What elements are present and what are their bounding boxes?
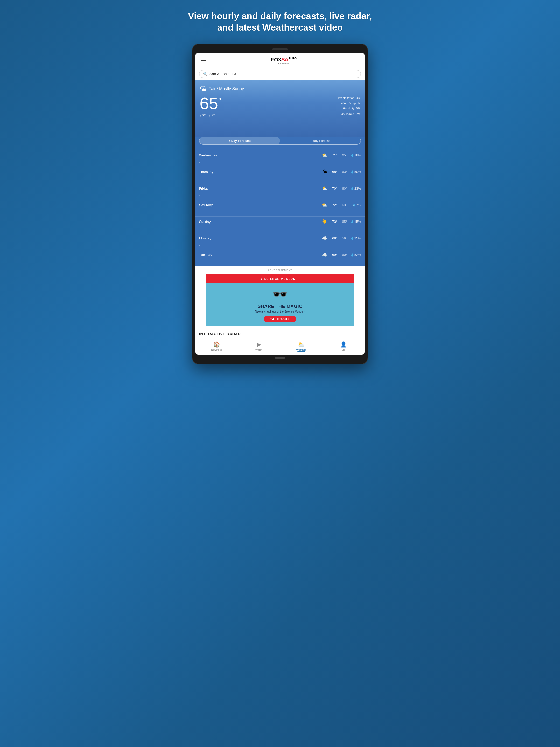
forecast-weather-icon: ☁️ — [322, 235, 327, 241]
forecast-high: 73° — [329, 220, 337, 224]
forecast-low: 65° — [339, 153, 347, 157]
wind-stat: Wind: 5 mph N — [338, 101, 361, 106]
forecast-rows: Wednesday ⛅ 71° 65° 💧18% ··· Thursday 🌥 … — [195, 150, 365, 266]
forecast-low: 60° — [339, 186, 347, 190]
ad-subtitle: Take a virtual tour of the Science Museu… — [210, 310, 350, 313]
precip-icon: 💧 — [350, 170, 354, 174]
hamburger-menu[interactable] — [199, 58, 207, 63]
forecast-more-button[interactable]: ··· — [199, 227, 320, 231]
forecast-low: 60° — [339, 253, 347, 257]
tablet-screen: FOXSAPURO SAN ANTONIO 🔍 🌤 Fair / Mostly … — [195, 53, 365, 355]
search-input-wrap[interactable]: 🔍 — [199, 70, 361, 78]
nav-item-me[interactable]: 👤 Me — [322, 341, 365, 352]
tablet-home-button — [275, 357, 285, 359]
weather-condition: 🌤 Fair / Mostly Sunny — [199, 85, 361, 93]
forecast-high: 69° — [329, 253, 337, 257]
forecast-tabs: 7 Day Forecast Hourly Forecast — [199, 137, 361, 145]
forecast-day: Thursday — [199, 170, 321, 174]
forecast-weather-icon: ⛅ — [322, 202, 327, 208]
forecast-section: 7 Day Forecast Hourly Forecast — [195, 137, 365, 150]
nav-item-weather[interactable]: ⛅ Weather — [280, 341, 322, 352]
app-logo: FOXSAPURO SAN ANTONIO — [207, 56, 361, 64]
radar-section: INTERACTIVE RADAR — [195, 329, 365, 339]
ad-label: ADVERTISEMENT — [195, 269, 365, 272]
forecast-high: 68° — [329, 170, 337, 174]
forecast-weather-icon: 🌥 — [323, 169, 327, 175]
weather-nav-label: Weather — [296, 348, 306, 351]
logo-text: FOXSAPURO SAN ANTONIO — [271, 56, 296, 64]
ad-blue-section: 🕶️ SHARE THE MAGIC Take a virtual tour o… — [206, 283, 354, 326]
tab-hourly[interactable]: Hourly Forecast — [280, 137, 361, 145]
nav-item-watch[interactable]: ▶ Watch — [238, 341, 280, 352]
watch-nav-label: Watch — [256, 348, 262, 351]
forecast-day: Friday — [199, 186, 320, 190]
forecast-more-button[interactable]: ··· — [199, 177, 321, 181]
tablet-frame: FOXSAPURO SAN ANTONIO 🔍 🌤 Fair / Mostly … — [192, 44, 368, 364]
weather-icon: 🌤 — [199, 85, 206, 93]
precip-icon: 💧 — [352, 203, 356, 207]
nav-active-indicator — [297, 352, 305, 352]
bottom-nav: 🏠 Newsfeed ▶ Watch ⛅ Weather 👤 Me — [195, 339, 365, 355]
forecast-more-button[interactable]: ··· — [199, 260, 320, 264]
search-bar: 🔍 — [195, 68, 365, 80]
ad-museum-label: SCIENCE MUSEUM — [260, 278, 300, 280]
forecast-weather-icon: ⛅ — [322, 186, 327, 191]
temperature-section: 65° ↑70° ↓60° — [199, 95, 221, 117]
temp-range: ↑70° ↓60° — [199, 113, 221, 117]
tab-7day[interactable]: 7 Day Forecast — [199, 137, 280, 145]
forecast-day: Tuesday — [199, 253, 320, 257]
weather-stats: Precipitation: 3% Wind: 5 mph N Humidity… — [338, 95, 361, 117]
weather-section: 🌤 Fair / Mostly Sunny 65° ↑70° ↓60° Prec… — [195, 80, 365, 137]
precip-icon: 💧 — [350, 253, 354, 257]
forecast-day: Wednesday — [199, 153, 320, 157]
condition-text: Fair / Mostly Sunny — [209, 87, 244, 91]
weather-main: 65° ↑70° ↓60° Precipitation: 3% Wind: 5 … — [199, 95, 361, 117]
ad-red-top: SCIENCE MUSEUM — [206, 274, 354, 283]
forecast-high: 70° — [329, 186, 337, 190]
forecast-precip: 💧18% — [349, 154, 361, 157]
forecast-low: 59° — [339, 236, 347, 240]
precip-icon: 💧 — [350, 187, 354, 190]
radar-title: INTERACTIVE RADAR — [199, 332, 361, 336]
forecast-high: 68° — [329, 236, 337, 240]
forecast-precip: 💧52% — [349, 253, 361, 257]
forecast-day: Sunday — [199, 220, 320, 224]
forecast-precip: 💧23% — [349, 187, 361, 190]
search-icon: 🔍 — [203, 72, 207, 76]
forecast-row[interactable]: Friday ⛅ 70° 60° 💧23% ··· — [195, 183, 365, 200]
forecast-more-button[interactable]: ··· — [199, 160, 320, 164]
forecast-weather-icon: ☀️ — [322, 219, 327, 224]
tablet-notch — [272, 48, 288, 50]
ad-banner[interactable]: SCIENCE MUSEUM 🕶️ SHARE THE MAGIC Take a… — [206, 274, 354, 326]
search-input[interactable] — [210, 72, 357, 76]
forecast-weather-icon: ⛅ — [322, 153, 327, 158]
forecast-more-button[interactable]: ··· — [199, 243, 320, 247]
temperature-display: 65° — [199, 95, 221, 112]
forecast-row[interactable]: Monday ☁️ 68° 59° 💧35% ··· — [195, 233, 365, 250]
forecast-day: Monday — [199, 236, 320, 240]
ad-cta-button[interactable]: TAKE TOUR — [264, 316, 296, 323]
forecast-low: 63° — [339, 203, 347, 207]
forecast-row[interactable]: Tuesday ☁️ 69° 60° 💧52% ··· — [195, 250, 365, 266]
forecast-precip: 💧15% — [349, 220, 361, 224]
nav-item-newsfeed[interactable]: 🏠 Newsfeed — [195, 341, 238, 352]
forecast-more-button[interactable]: ··· — [199, 193, 320, 197]
forecast-low: 63° — [339, 170, 347, 174]
me-nav-icon: 👤 — [340, 341, 347, 347]
ad-glasses-icon: 🕶️ — [210, 287, 350, 302]
precipitation-stat: Precipitation: 3% — [338, 95, 361, 101]
app-header: FOXSAPURO SAN ANTONIO — [195, 53, 365, 68]
forecast-precip: 💧50% — [349, 170, 361, 174]
forecast-row[interactable]: Sunday ☀️ 73° 65° 💧15% ··· — [195, 216, 365, 233]
forecast-row[interactable]: Thursday 🌥 68° 63° 💧50% ··· — [195, 166, 365, 183]
newsfeed-nav-label: Newsfeed — [211, 348, 222, 351]
forecast-weather-icon: ☁️ — [322, 252, 327, 258]
forecast-row[interactable]: Saturday ⛅ 72° 63° 💧7% ··· — [195, 200, 365, 216]
forecast-row[interactable]: Wednesday ⛅ 71° 65° 💧18% ··· — [195, 150, 365, 166]
page-title: View hourly and daily forecasts, live ra… — [188, 10, 372, 33]
forecast-more-button[interactable]: ··· — [199, 210, 320, 214]
watch-nav-icon: ▶ — [257, 341, 261, 347]
weather-nav-icon: ⛅ — [298, 341, 304, 347]
forecast-high: 72° — [329, 203, 337, 207]
newsfeed-nav-icon: 🏠 — [213, 341, 220, 347]
